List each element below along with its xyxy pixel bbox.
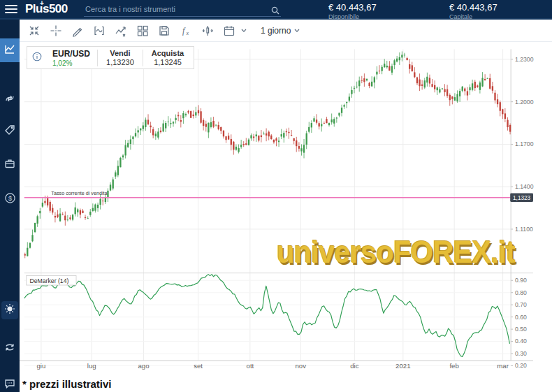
price-chart[interactable]: 1.23001.20001.17001.14001.11000.900.800.… [20,42,552,377]
svg-text:ago: ago [138,362,149,370]
equity-value: € 40.443,67 [449,2,497,13]
sidebar-item-funds[interactable]: $ [0,189,20,210]
logo-plus-icon: + [40,0,43,7]
svg-text:lug: lug [87,362,96,370]
calendar-dropdown[interactable] [223,24,247,37]
available-value: € 40.443,67 [328,2,377,13]
chart-area: 1.23001.20001.17001.14001.11000.900.800.… [20,42,552,377]
buy-price: 1,13245 [152,58,184,66]
dollar-coin-icon: $ [4,192,16,207]
svg-text:mar: mar [497,362,509,370]
svg-text:0.80: 0.80 [515,289,527,296]
watermark: universoFOREX.it [277,234,515,270]
footer-note: * prezzi illustrativi [22,378,112,390]
svg-text:$: $ [8,194,11,201]
sidebar-item-chat[interactable] [0,375,20,392]
sidebar-item-instruments[interactable] [0,121,20,142]
indicators-icon[interactable] [93,24,106,37]
svg-text:1,1323: 1,1323 [513,195,530,201]
draw-icon[interactable] [71,24,84,37]
repeat-icon [4,342,15,356]
svg-text:0.30: 0.30 [515,350,527,357]
chat-icon [4,378,15,392]
sun-icon [4,303,15,317]
line-chart-icon [4,43,15,57]
app-logo: Plus500 + [25,2,68,16]
svg-text:x: x [186,29,189,36]
instrument-panel: EUR/USD 1,02% Vendi 1,13230 Acquista 1,1… [27,46,194,69]
topbar: Plus500 + € 40.443,67 Disponibile € 40.4… [0,0,552,20]
interval-dropdown[interactable]: 1 giorno [261,26,300,36]
instrument-change: 1,02% [52,59,90,67]
svg-text:0.90: 0.90 [515,277,527,284]
chevron-down-icon [241,29,247,33]
instrument-name-block: EUR/USD 1,02% [45,48,97,68]
briefcase-icon [4,158,15,172]
svg-text:dic: dic [350,362,358,370]
sidebar: $ [0,20,20,392]
svg-text:0.40: 0.40 [515,337,527,344]
chart-toolbar: fx 1 giorno [20,20,552,42]
chart-type-icon[interactable] [201,24,214,37]
buy-quote[interactable]: Acquista 1,13245 [143,48,192,68]
svg-text:1.1400: 1.1400 [515,183,534,190]
svg-text:1.1700: 1.1700 [515,140,534,147]
svg-text:0.60: 0.60 [515,314,527,321]
sidebar-item-chart[interactable] [0,38,20,62]
tag-icon [4,124,15,138]
svg-text:0.50: 0.50 [515,326,527,333]
sell-label: Vendi [106,49,134,57]
svg-text:0.20: 0.20 [515,362,527,369]
svg-text:2021: 2021 [395,362,410,370]
equity-label: Capitale [449,13,497,20]
trend-icon[interactable] [115,24,127,37]
menu-icon[interactable] [5,5,17,15]
buy-label: Acquista [152,49,184,57]
arrows-swap-icon [4,93,15,107]
sidebar-item-theme[interactable] [1,301,18,319]
calendar-icon [223,24,235,37]
svg-text:f: f [182,26,186,36]
svg-text:ott: ott [247,362,254,370]
function-icon[interactable]: fx [180,24,192,37]
sell-quote[interactable]: Vendi 1,13230 [98,48,143,68]
sidebar-item-refresh[interactable] [0,338,20,359]
equity-balance: € 40.443,67 Capitale [449,2,497,20]
available-label: Disponibile [328,13,377,20]
sidebar-item-portfolio[interactable] [0,154,20,175]
search-box[interactable] [84,1,281,17]
sell-price: 1,13230 [106,58,134,66]
svg-text:1.2300: 1.2300 [515,56,534,63]
svg-text:giu: giu [36,362,45,370]
layout-icon[interactable] [136,24,149,37]
svg-text:feb: feb [449,362,458,370]
minimize-icon[interactable] [28,24,41,37]
svg-text:Tasso corrente di vendita: Tasso corrente di vendita [51,190,108,196]
available-balance: € 40.443,67 Disponibile [328,2,377,20]
save-icon[interactable] [158,24,170,37]
crosshair-icon[interactable] [50,24,62,37]
interval-label: 1 giorno [261,26,291,36]
svg-text:nov: nov [295,362,306,370]
chevron-down-icon [294,29,300,33]
svg-text:1.2000: 1.2000 [515,99,534,106]
svg-text:DeMarker (14): DeMarker (14) [29,277,68,284]
svg-text:set: set [194,362,203,370]
info-icon[interactable] [29,52,45,64]
search-icon[interactable] [271,5,279,17]
svg-text:1.1100: 1.1100 [515,226,533,233]
search-input[interactable] [84,1,259,13]
sidebar-item-positions[interactable] [0,89,20,110]
instrument-name: EUR/USD [52,49,90,59]
svg-text:0.70: 0.70 [515,301,527,308]
